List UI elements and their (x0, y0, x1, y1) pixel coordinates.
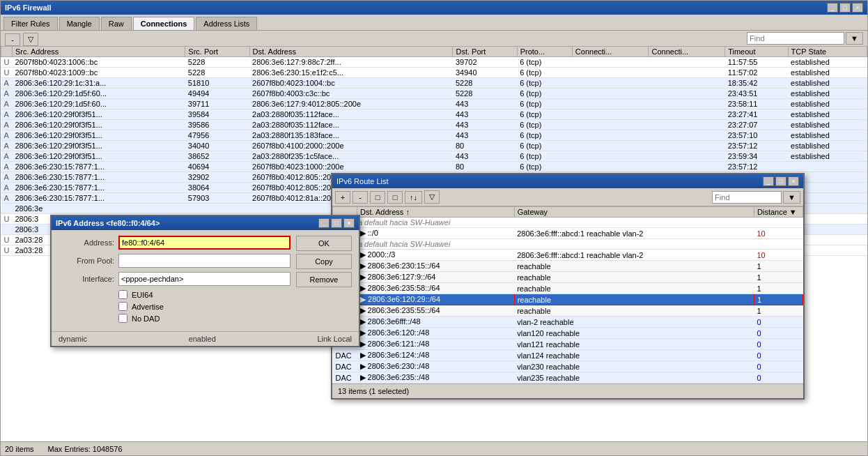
from-pool-input[interactable] (118, 254, 290, 268)
list-item[interactable]: DAS ▶ 2806:3e6:120:29::/64 reachable 1 (333, 294, 803, 305)
dialog-minimize[interactable]: _ (318, 218, 330, 228)
ok-button[interactable]: OK (296, 236, 352, 251)
route-filter-button[interactable]: ▽ (424, 190, 440, 204)
row-src: 2806:3e6:230:15:7877:1... (13, 193, 185, 204)
list-item[interactable]: DAC ▶ 2806:3e6:230::/48 vlan230 reachabl… (333, 361, 803, 372)
maximize-button[interactable]: □ (839, 3, 851, 13)
table-row[interactable]: U 2607f8b0:4023:1006::bc 5228 2806:3e6:1… (1, 57, 867, 68)
advertise-checkbox[interactable] (118, 302, 127, 311)
route-close[interactable]: × (788, 176, 799, 186)
col-conn2[interactable]: Connecti... (649, 47, 725, 57)
row-conn1 (572, 89, 649, 99)
table-row[interactable]: A 2806:3e6:120:29:1c:31:a... 51810 2607f… (1, 78, 867, 89)
route-minimize[interactable]: _ (763, 176, 774, 186)
list-item[interactable]: :::: Ruta default hacia SW-Huawei (333, 239, 803, 250)
table-row[interactable]: U 2607f8b0:4023:1009::bc 5228 2806:3e6:2… (1, 68, 867, 78)
col-src-port[interactable]: Src. Port (185, 47, 249, 57)
list-item[interactable]: DAS ▶ 2806:3e6:235:55::/64 reachable 1 (333, 305, 803, 317)
table-row[interactable]: A 2806:3e6:120:29f0f3f51... 39584 2a03:2… (1, 109, 867, 120)
list-item[interactable]: AS ▶ 2000::/3 2806:3e6:fff::abcd:1 reach… (333, 250, 803, 261)
route-copy-button[interactable]: □ (370, 191, 385, 204)
col-proto[interactable]: Proto... (517, 47, 572, 57)
col-tcp-state[interactable]: TCP State (788, 47, 867, 57)
nodad-checkbox[interactable] (118, 314, 127, 323)
row-state: established (788, 78, 867, 89)
list-item[interactable]: DAC ▶ 2806:3e6:120::/48 vlan120 reachabl… (333, 328, 803, 339)
table-row[interactable]: A 2806:3e6:120:29:1d5f:60... 39711 2806:… (1, 99, 867, 109)
table-row[interactable]: A 2806:3e6:120:29f0f3f51... 38652 2a03:2… (1, 151, 867, 162)
tab-filter-rules[interactable]: Filter Rules (3, 17, 58, 30)
search-input[interactable] (747, 32, 844, 45)
route-paste-button[interactable]: □ (387, 191, 403, 204)
route-search-input[interactable] (712, 191, 782, 204)
list-item[interactable]: DAC ▶ 2806:3e6fff::/48 vlan-2 reachable … (333, 317, 803, 328)
eui64-checkbox[interactable] (118, 290, 127, 299)
route-footer: 13 items (1 selected) (332, 383, 803, 398)
route-gw: vlan120 reachable (514, 328, 754, 339)
filter-button[interactable]: ▽ (23, 33, 38, 46)
row-conn2 (649, 99, 725, 109)
table-row[interactable]: A 2806:3e6:120:29f0f3f51... 47956 2a03:2… (1, 130, 867, 141)
list-item[interactable]: DAC ▶ 2806:3e6:235::/48 vlan235 reachabl… (333, 372, 803, 383)
row-proto: 6 (tcp) (517, 162, 572, 172)
row-src: 2806:3e6:120:29f0f3f51... (13, 151, 185, 162)
table-row[interactable]: A 2806:3e6:120:29f0f3f51... 39586 2a03:2… (1, 120, 867, 130)
eui64-row: EUI64 (59, 290, 352, 299)
list-item[interactable]: DAS ▶ 2806:3e6:127:9::/64 reachable 1 (333, 272, 803, 283)
list-item[interactable]: :::: Ruta default hacia SW-Huawei (333, 218, 803, 228)
list-item[interactable]: DAC ▶ 2806:3e6:124::/48 vlan124 reachabl… (333, 350, 803, 361)
tab-raw[interactable]: Raw (101, 17, 132, 30)
route-remove-button[interactable]: - (352, 191, 368, 204)
search-dropdown[interactable]: ▼ (846, 32, 863, 45)
minimize-button[interactable]: _ (827, 3, 838, 13)
route-table-wrap[interactable]: Dst. Address ↑ Gateway Distance ▼ :::: R… (332, 206, 803, 383)
route-sort-button[interactable]: ↑↓ (405, 191, 422, 204)
address-input[interactable] (118, 236, 290, 250)
col-dst-addr[interactable]: Dst. Address (249, 47, 453, 57)
list-item[interactable]: DAS ▶ 2806:3e6:235:58::/64 reachable 1 (333, 283, 803, 294)
dialog-close[interactable]: × (343, 218, 355, 228)
col-conn1[interactable]: Connecti... (572, 47, 649, 57)
dialog-maximize[interactable]: □ (331, 218, 342, 228)
interface-input[interactable] (118, 272, 290, 286)
main-title: IPv6 Firewall (5, 3, 52, 12)
row-src: 2806:3e6:120:29f0f3f51... (13, 141, 185, 151)
route-col-dst[interactable]: Dst. Address ↑ (357, 207, 515, 218)
route-gw: reachable (514, 283, 754, 294)
table-row[interactable]: A 2806:3e6:230:15:7877:1... 40694 2607f8… (1, 162, 867, 172)
route-col-gw[interactable]: Gateway (514, 207, 754, 218)
route-maximize[interactable]: □ (775, 176, 786, 186)
col-timeout[interactable]: Timeout (725, 47, 788, 57)
col-dst-port[interactable]: Dst. Port (453, 47, 517, 57)
row-conn2 (649, 151, 725, 162)
minus-button[interactable]: - (5, 33, 20, 46)
row-timeout: 23:57:12 (725, 141, 788, 151)
row-conn1 (572, 57, 649, 68)
table-row[interactable]: A 2806:3e6:120:29:1d5f:60... 49494 2607f… (1, 89, 867, 99)
col-flag[interactable] (1, 47, 13, 57)
route-dist: 0 (754, 328, 803, 339)
list-item[interactable]: DAS ▶ 2806:3e6:230:15::/64 reachable 1 (333, 261, 803, 272)
route-add-button[interactable]: + (335, 191, 350, 204)
route-search-dropdown[interactable]: ▼ (783, 191, 800, 204)
row-sport: 40694 (185, 162, 249, 172)
row-src: 2806:3e6:120:29:1d5f:60... (13, 99, 185, 109)
table-row[interactable]: A 2806:3e6:120:29f0f3f51... 34040 2607f8… (1, 141, 867, 151)
list-item[interactable]: DAC ▶ 2806:3e6:121::/48 vlan121 reachabl… (333, 339, 803, 350)
tab-connections[interactable]: Connections (133, 17, 195, 30)
close-button[interactable]: × (852, 3, 863, 13)
col-src-addr[interactable]: Src. Address (13, 47, 185, 57)
tab-mangle[interactable]: Mangle (59, 17, 100, 30)
remove-button[interactable]: Remove (296, 272, 352, 287)
route-col-dist[interactable]: Distance ▼ (754, 207, 803, 218)
row-src: 2806:3e6:120:29:1d5f:60... (13, 89, 185, 99)
row-conn1 (572, 130, 649, 141)
copy-button[interactable]: Copy (296, 254, 352, 269)
list-item[interactable]: AS ▶ ::/0 2806:3e6:fff::abcd:1 reachable… (333, 228, 803, 239)
route-dst: ▶ 2806:3e6fff::/48 (357, 317, 515, 328)
row-flag: A (1, 183, 13, 193)
row-proto: 6 (tcp) (517, 57, 572, 68)
tab-address-lists[interactable]: Address Lists (196, 17, 257, 30)
row-dport: 443 (453, 120, 517, 130)
row-dst: 2607f8b0:4100:2000::200e (249, 141, 453, 151)
